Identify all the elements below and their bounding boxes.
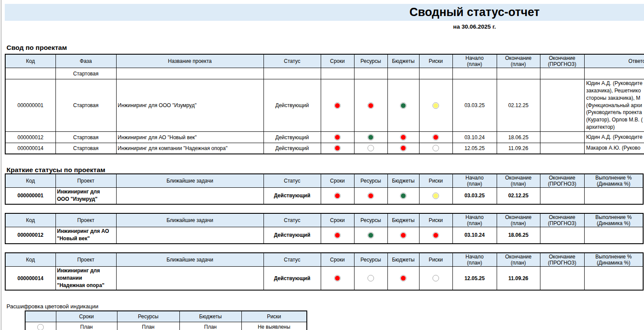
col-end-plan: Окончание (план): [497, 253, 540, 267]
brief-status-table-1: Код Проект Ближайшие задачи Статус Сроки…: [5, 173, 644, 205]
indicator-cell: [321, 132, 354, 143]
cell-responsible: [584, 68, 644, 79]
col-status: Статус: [263, 253, 321, 267]
cell-project-name: Инжиниринг для АО "Новый век": [116, 132, 263, 143]
table-row: 000000012 Инжиниринг для АО "Новый век" …: [5, 227, 643, 244]
section-title-brief: Краткие статусы по проектам: [7, 166, 105, 174]
col-project: Проект: [55, 253, 116, 267]
indicator-cell: [419, 132, 452, 143]
indicator-cell: [354, 227, 387, 244]
resources-indicator: [368, 134, 374, 140]
col-start-plan: Начало (план): [452, 174, 497, 188]
col-end-forecast: Окончание (ПРОГНОЗ): [540, 54, 584, 68]
cell-end-forecast: [540, 227, 584, 244]
risks-indicator: [433, 275, 439, 281]
cell-start-plan: 12.05.25: [452, 143, 497, 154]
indicator-cell: [387, 267, 419, 291]
table-row: 000000014 Инжиниринг для компании "Надеж…: [5, 267, 643, 291]
cell-phase: Стартовая: [55, 79, 116, 132]
cell-end-forecast: [540, 68, 584, 79]
budgets-indicator: [400, 193, 407, 199]
cell-status: Действующий: [263, 267, 321, 291]
cell-project: Инжиниринг для АО "Новый век": [55, 227, 116, 244]
legend-budgets-value: План: [179, 322, 241, 330]
indicator-cell: [321, 143, 354, 154]
cell-responsible: Макаров А.Ю. (Руково: [584, 143, 644, 154]
cell-completion: [584, 227, 643, 244]
cell-start-plan: 12.05.25: [452, 267, 497, 291]
cell-project-name: Инжиниринг для компании "Надежная опора": [116, 143, 263, 154]
indicator-cell: [354, 143, 387, 154]
cell-end-plan: 18.06.25: [497, 132, 540, 143]
cell-code: 000000014: [5, 267, 55, 291]
col-tasks: Ближайшие задачи: [116, 174, 263, 188]
cell-project: Инжиниринг для ООО "Изумруд": [55, 188, 116, 204]
col-start-plan: Начало (план): [452, 213, 497, 227]
col-status: Статус: [263, 213, 321, 227]
indicator-cell: [387, 143, 419, 154]
cell-tasks: [116, 188, 263, 204]
cell-end-forecast: [540, 143, 584, 154]
col-completion: Выполнение % (Динамика %): [584, 213, 643, 227]
cell-end-plan: 02.12.25: [497, 79, 540, 132]
indicator-cell: [321, 68, 354, 79]
indicator-cell: [354, 79, 387, 132]
resources-indicator: [368, 275, 374, 281]
table-row: 000000012 Стартовая Инжиниринг для АО "Н…: [5, 132, 644, 143]
legend-row: План План План Не выявлены: [25, 322, 307, 330]
cell-start-plan: 03.10.24: [452, 132, 497, 143]
indicator-cell: [321, 227, 354, 244]
col-start-plan: Начало (план): [452, 253, 497, 267]
deadlines-indicator: [334, 145, 341, 151]
summary-table: Код Фаза Название проекта Статус Сроки Р…: [5, 54, 644, 154]
deadlines-indicator: [334, 232, 341, 239]
resources-indicator: [368, 102, 374, 109]
col-code: Код: [5, 213, 55, 227]
legend-risks-value: Не выявлены: [241, 322, 307, 330]
cell-phase: Стартовая: [55, 143, 116, 154]
col-end-plan: Окончание (план): [497, 213, 540, 227]
deadlines-indicator: [334, 102, 341, 109]
indicator-cell: [321, 188, 354, 204]
col-tasks: Ближайшие задачи: [116, 213, 263, 227]
indicator-cell: [387, 68, 419, 79]
indicator-cell: [387, 132, 419, 143]
risks-indicator: [433, 102, 439, 109]
resources-indicator: [368, 145, 374, 151]
section-title-summary: Свод по проектам: [7, 44, 67, 52]
cell-responsible: Юдин А.Д. (Руководите заказчика), Решетн…: [584, 79, 644, 132]
deadlines-indicator: [334, 134, 341, 140]
col-budgets: Бюджеты: [387, 253, 419, 267]
col-end-plan: Окончание (план): [497, 174, 540, 188]
indicator-cell: [321, 267, 354, 291]
col-budgets: Бюджеты: [387, 54, 419, 68]
cell-completion: [584, 188, 643, 204]
col-risks: Риски: [419, 253, 452, 267]
col-status: Статус: [263, 54, 321, 68]
summary-header-row: Код Фаза Название проекта Статус Сроки Р…: [5, 54, 644, 68]
col-deadlines: Сроки: [56, 311, 117, 322]
cell-project-name: Инжиниринг для ООО "Изумруд": [116, 79, 263, 132]
indicator-cell: [387, 188, 419, 204]
cell-code: 000000001: [5, 188, 55, 204]
col-project: Проект: [55, 213, 116, 227]
deadlines-indicator: [334, 275, 341, 281]
col-end-forecast: Окончание (ПРОГНОЗ): [540, 174, 584, 188]
cell-start-plan: 03.03.25: [452, 79, 497, 132]
col-resources: Ресурсы: [354, 253, 387, 267]
indicator-cell: [419, 267, 452, 291]
brief-header-row: Код Проект Ближайшие задачи Статус Сроки…: [5, 174, 643, 188]
report-title: Сводный статус-отчет: [305, 6, 644, 19]
cell-end-plan: [497, 68, 540, 79]
cell-status: Действующий: [263, 227, 321, 244]
risks-indicator: [433, 232, 439, 239]
cell-start-plan: [452, 68, 497, 79]
cell-code: [5, 68, 55, 79]
budgets-indicator: [400, 102, 407, 109]
cell-phase: Стартовая: [55, 132, 116, 143]
col-risks: Риски: [419, 174, 452, 188]
col-completion: Выполнение % (Динамика %): [584, 253, 643, 267]
cell-responsible: Юдин А.Д. (Руководите: [584, 132, 644, 143]
cell-status: Действующий: [263, 79, 321, 132]
brief-header-row: Код Проект Ближайшие задачи Статус Сроки…: [5, 213, 643, 227]
